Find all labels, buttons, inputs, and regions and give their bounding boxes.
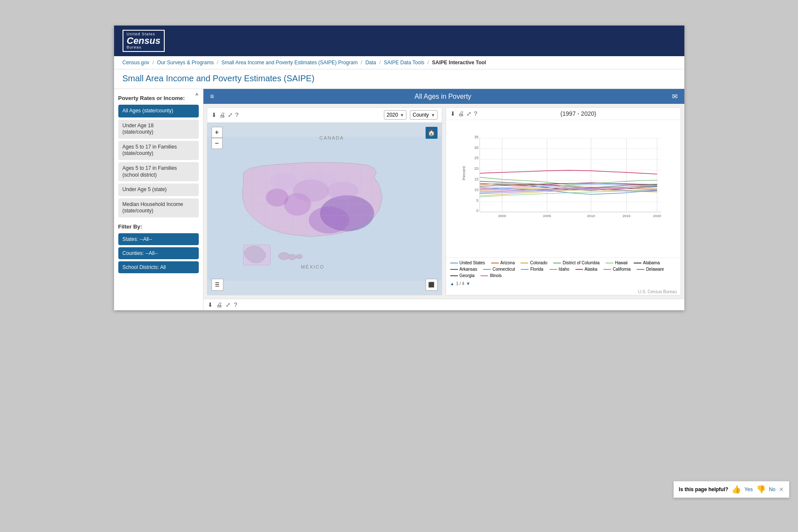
chart-print-icon[interactable]: 🖨 xyxy=(458,110,464,117)
bottom-download-icon[interactable]: ⬇ xyxy=(208,301,213,308)
legend-color xyxy=(450,275,458,276)
legend-label: Hawaii xyxy=(615,260,628,265)
breadcrumb-item-saipe-program[interactable]: Small Area Income and Poverty Estimates … xyxy=(221,60,358,66)
filter-title: Filter By: xyxy=(118,223,199,230)
legend-label: Alaska xyxy=(585,267,598,272)
svg-text:2005: 2005 xyxy=(543,214,551,218)
svg-text:2000: 2000 xyxy=(498,214,506,218)
legend-color xyxy=(637,269,644,270)
legend-item: California xyxy=(604,267,631,272)
map-toolbar: ⬇ 🖨 ⤢ ? 2020 2019 2018 xyxy=(207,108,442,123)
chart-download-icon[interactable]: ⬇ xyxy=(450,110,455,117)
legend-item: Florida xyxy=(521,267,543,272)
svg-text:2015: 2015 xyxy=(622,214,630,218)
legend-color xyxy=(521,269,529,270)
sidebar-item-median-income[interactable]: Median Household Income(state/county) xyxy=(118,198,199,217)
legend-next-icon[interactable]: ▼ xyxy=(466,281,470,286)
sidebar-item-under-5-state[interactable]: Under Age 5 (state) xyxy=(118,183,199,196)
svg-point-4 xyxy=(266,189,288,206)
sidebar-item-ages-5-17-families-state[interactable]: Ages 5 to 17 in Families(state/county) xyxy=(118,141,199,160)
legend-label: United States xyxy=(460,260,485,265)
legend-label: Illinois xyxy=(490,273,502,278)
year-dropdown[interactable]: 2020 2019 2018 2017 xyxy=(384,110,406,120)
print-icon[interactable]: 🖨 xyxy=(219,112,225,118)
legend-color xyxy=(575,269,583,270)
svg-text:2010: 2010 xyxy=(587,214,595,218)
logo: United States Census Bureau xyxy=(123,30,165,52)
expand-icon[interactable]: ⤢ xyxy=(228,112,233,118)
filter-counties[interactable]: Counties: --All-- xyxy=(118,247,199,259)
breadcrumb-item-census[interactable]: Census.gov xyxy=(123,60,149,66)
legend-color xyxy=(634,263,641,263)
sidebar: ▲ Poverty Rates or Income: All Ages (sta… xyxy=(114,89,203,310)
bottom-help-icon[interactable]: ? xyxy=(234,301,237,308)
chart-title: (1997 - 2020) xyxy=(481,110,676,117)
chart-toolbar-icons: ⬇ 🖨 ⤢ ? xyxy=(450,110,478,117)
bottom-print-icon[interactable]: 🖨 xyxy=(216,301,222,308)
header: United States Census Bureau xyxy=(114,26,684,56)
breadcrumb: Census.gov / Our Surveys & Programs / Sm… xyxy=(114,56,684,69)
scroll-up-icon[interactable]: ▲ xyxy=(194,91,200,97)
legend-label: Delaware xyxy=(646,267,664,272)
svg-text:10: 10 xyxy=(474,188,478,192)
svg-point-6 xyxy=(326,182,358,200)
logo-bureau: Bureau xyxy=(127,46,160,49)
legend-item: Colorado xyxy=(521,260,547,265)
chart-body: Percent 0 5 10 15 20 25 30 xyxy=(446,120,681,257)
legend-label: Florida xyxy=(530,267,543,272)
page-title-bar: Small Area Income and Poverty Estimates … xyxy=(114,69,684,89)
legend-label: Connecticut xyxy=(492,267,515,272)
panel-header: ≡ All Ages in Poverty ✉ xyxy=(203,89,684,104)
legend-item: Idaho xyxy=(549,267,569,272)
legend-label: Arizona xyxy=(501,260,515,265)
breadcrumb-item-data[interactable]: Data xyxy=(365,60,376,66)
bottom-expand-icon[interactable]: ⤢ xyxy=(226,301,231,308)
legend-item: District of Columbia xyxy=(553,260,600,265)
chart-help-icon[interactable]: ? xyxy=(474,110,478,117)
svg-text:0: 0 xyxy=(476,209,478,213)
zoom-in-button[interactable]: + xyxy=(212,127,223,138)
legend-prev-icon[interactable]: ▲ xyxy=(450,281,455,286)
panels-row: ⬇ 🖨 ⤢ ? 2020 2019 2018 xyxy=(203,104,684,299)
breadcrumb-item-data-tools[interactable]: SAIPE Data Tools xyxy=(384,60,424,66)
filter-school-districts[interactable]: School Districts: All xyxy=(118,261,199,273)
legend-label: Arkansas xyxy=(460,267,478,272)
main-layout: ▲ Poverty Rates or Income: All Ages (sta… xyxy=(114,89,684,310)
legend-label: Alabama xyxy=(643,260,660,265)
legend-label: Georgia xyxy=(460,273,475,278)
legend-color xyxy=(483,269,491,270)
panel-title: All Ages in Poverty xyxy=(214,93,672,100)
legend-item: Arizona xyxy=(491,260,515,265)
canada-label: CANADA xyxy=(319,135,344,140)
legend-item: Illinois xyxy=(481,273,502,278)
filter-section: Filter By: States: --All-- Counties: --A… xyxy=(118,223,199,273)
chart-toolbar: ⬇ 🖨 ⤢ ? (1997 - 2020) xyxy=(446,108,681,120)
sidebar-item-ages-5-17-families-school[interactable]: Ages 5 to 17 in Families(school district… xyxy=(118,162,199,181)
zoom-out-button[interactable]: − xyxy=(212,138,223,149)
download-icon[interactable]: ⬇ xyxy=(212,112,217,118)
map-panel: ⬇ 🖨 ⤢ ? 2020 2019 2018 xyxy=(207,107,442,295)
hamburger-icon[interactable]: ≡ xyxy=(210,93,214,100)
geography-dropdown[interactable]: County State xyxy=(410,110,438,120)
sidebar-item-all-ages[interactable]: All Ages (state/county) xyxy=(118,105,199,117)
envelope-icon[interactable]: ✉ xyxy=(672,92,678,100)
geography-dropdown-wrapper: County State ▼ xyxy=(410,110,438,120)
svg-point-11 xyxy=(288,255,296,260)
legend-label: Colorado xyxy=(530,260,547,265)
legend-button[interactable]: ☰ xyxy=(212,279,223,291)
layers-button[interactable]: ⬛ xyxy=(426,279,438,291)
sidebar-item-under-18[interactable]: Under Age 18(state/county) xyxy=(118,120,199,139)
legend-item: Connecticut xyxy=(483,267,515,272)
help-icon[interactable]: ? xyxy=(235,112,239,118)
breadcrumb-item-surveys[interactable]: Our Surveys & Programs xyxy=(157,60,214,66)
legend-color xyxy=(481,275,488,276)
legend-item: Alabama xyxy=(634,260,660,265)
legend-label: California xyxy=(613,267,631,272)
legend-item: Arkansas xyxy=(450,267,478,272)
logo-census: Census xyxy=(127,36,160,46)
legend-item: Hawaii xyxy=(606,260,628,265)
sidebar-section-title: Poverty Rates or Income: xyxy=(118,95,199,101)
chart-expand-icon[interactable]: ⤢ xyxy=(466,110,472,117)
home-button[interactable]: 🏠 xyxy=(426,127,438,139)
filter-states[interactable]: States: --All-- xyxy=(118,233,199,245)
